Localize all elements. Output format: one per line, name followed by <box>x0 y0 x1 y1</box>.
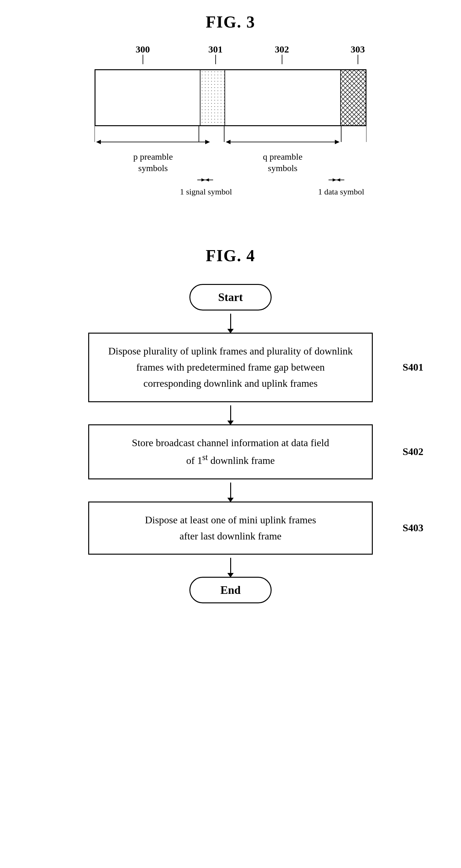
tick-lines <box>95 126 366 183</box>
ref-301: 301 <box>208 44 223 55</box>
svg-rect-6 <box>341 70 366 125</box>
step-s403-text: Dispose at least one of mini uplink fram… <box>145 514 316 542</box>
step-s401-label: S401 <box>402 362 423 373</box>
arrow-1 <box>230 311 231 333</box>
ref-303: 303 <box>351 44 365 55</box>
fig3-title: FIG. 3 <box>19 13 442 31</box>
arrow-3 <box>230 479 231 501</box>
step-s403-box: Dispose at least one of mini uplink fram… <box>88 501 373 555</box>
step-s402-label: S402 <box>402 446 423 458</box>
step-s402-wrapper: Store broadcast channel information at d… <box>88 424 373 479</box>
start-node: Start <box>189 284 272 311</box>
step-s401-text: Dispose plurality of uplink frames and p… <box>108 345 352 389</box>
step-s403-label: S403 <box>402 522 423 534</box>
fig4-title: FIG. 4 <box>19 246 442 265</box>
arrow-4 <box>230 555 231 577</box>
end-node: End <box>189 577 272 603</box>
arrow-2 <box>230 402 231 424</box>
step-s402-box: Store broadcast channel information at d… <box>88 424 373 479</box>
ref-300: 300 <box>136 44 150 55</box>
step-s401-wrapper: Dispose plurality of uplink frames and p… <box>88 333 373 402</box>
crosshatch-section <box>340 70 366 125</box>
signal-symbol-label: 1 signal symbol <box>180 187 230 197</box>
frame-diagram <box>95 69 366 126</box>
dotted-section <box>200 70 225 125</box>
fig4-section: FIG. 4 Start Dispose plurality of uplink… <box>19 246 442 603</box>
flowchart: Start Dispose plurality of uplink frames… <box>19 284 442 603</box>
data-symbol-label: 1 data symbol <box>316 187 366 197</box>
ref-302: 302 <box>275 44 289 55</box>
step-s401-box: Dispose plurality of uplink frames and p… <box>88 333 373 402</box>
fig3-diagram: 300 301 302 303 <box>19 44 442 215</box>
step-s402-text: Store broadcast channel information at d… <box>132 437 329 466</box>
step-s403-wrapper: Dispose at least one of mini uplink fram… <box>88 501 373 555</box>
